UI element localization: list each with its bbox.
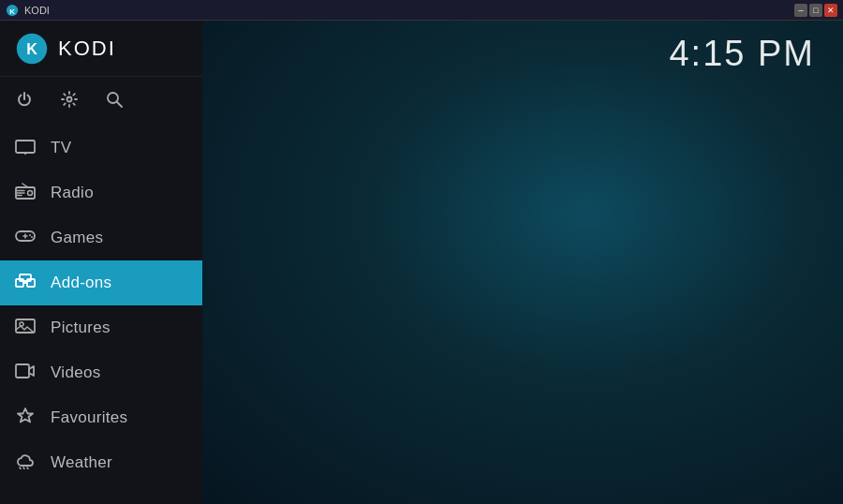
main-layout: K KODI bbox=[0, 21, 843, 504]
sidebar-item-weather[interactable]: Weather bbox=[0, 440, 202, 485]
nav-items: TV Radio bbox=[0, 126, 202, 504]
minimize-button[interactable]: – bbox=[794, 4, 807, 17]
sidebar-item-radio-label: Radio bbox=[51, 184, 94, 202]
svg-point-4 bbox=[67, 96, 72, 101]
sidebar-item-tv-label: TV bbox=[51, 139, 71, 157]
sidebar-item-pictures[interactable]: Pictures bbox=[0, 305, 202, 350]
svg-point-5 bbox=[108, 93, 118, 103]
svg-point-18 bbox=[29, 234, 31, 236]
addons-icon bbox=[15, 273, 36, 294]
tv-icon bbox=[15, 138, 36, 159]
sidebar-top-icons bbox=[0, 77, 202, 126]
kodi-brand-text: KODI bbox=[58, 37, 116, 61]
main-content: 4:15 PM bbox=[202, 21, 843, 504]
sidebar-item-favourites[interactable]: Favourites bbox=[0, 395, 202, 440]
sidebar-item-addons-label: Add-ons bbox=[51, 274, 111, 292]
sidebar-item-tv[interactable]: TV bbox=[0, 126, 202, 170]
settings-icon[interactable] bbox=[60, 90, 79, 113]
svg-text:K: K bbox=[9, 7, 15, 15]
sidebar-item-weather-label: Weather bbox=[51, 453, 112, 472]
sidebar: K KODI bbox=[0, 21, 202, 504]
svg-point-19 bbox=[31, 236, 33, 238]
favourites-icon bbox=[15, 407, 36, 430]
sidebar-header: K KODI bbox=[0, 21, 202, 77]
clock-display: 4:15 PM bbox=[669, 34, 815, 74]
svg-line-6 bbox=[117, 102, 122, 107]
sidebar-item-favourites-label: Favourites bbox=[51, 408, 127, 427]
svg-text:K: K bbox=[26, 40, 37, 57]
pictures-icon bbox=[15, 318, 36, 339]
sidebar-item-videos[interactable]: Videos bbox=[0, 350, 202, 395]
svg-rect-22 bbox=[20, 274, 31, 281]
sidebar-item-videos-label: Videos bbox=[51, 363, 100, 382]
title-bar-title: KODI bbox=[24, 5, 50, 16]
title-bar-controls: – □ ✕ bbox=[794, 4, 837, 17]
weather-icon bbox=[15, 452, 36, 474]
kodi-logo-icon: K bbox=[15, 32, 49, 66]
svg-point-11 bbox=[28, 190, 33, 195]
title-bar-left: K KODI bbox=[6, 4, 50, 17]
power-icon[interactable] bbox=[15, 90, 34, 113]
maximize-button[interactable]: □ bbox=[809, 4, 822, 17]
title-bar-icon: K bbox=[6, 4, 19, 17]
svg-rect-7 bbox=[16, 141, 35, 153]
sidebar-item-addons[interactable]: Add-ons bbox=[0, 260, 202, 305]
sidebar-item-games[interactable]: Games bbox=[0, 215, 202, 260]
games-icon bbox=[15, 229, 36, 248]
radio-icon bbox=[15, 183, 36, 204]
search-icon[interactable] bbox=[105, 90, 124, 113]
close-button[interactable]: ✕ bbox=[824, 4, 837, 17]
title-bar: K KODI – □ ✕ bbox=[0, 0, 843, 21]
videos-icon bbox=[15, 363, 36, 384]
sidebar-item-pictures-label: Pictures bbox=[51, 319, 111, 337]
svg-rect-26 bbox=[16, 364, 29, 378]
sidebar-item-games-label: Games bbox=[51, 229, 103, 247]
sidebar-item-radio[interactable]: Radio bbox=[0, 170, 202, 215]
